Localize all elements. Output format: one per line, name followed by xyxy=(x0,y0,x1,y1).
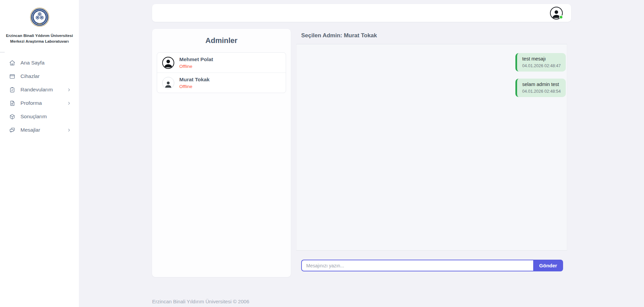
university-name-line1: Erzincan Binali Yıldırım Üniversitesi xyxy=(0,33,79,39)
top-bar xyxy=(152,4,571,22)
chat-message: test mesajı 04.01.2026 02:48:47 xyxy=(515,53,566,72)
admin-info: Mehmet Polat Offline xyxy=(179,56,213,69)
chat-message-timestamp: 04.01.2026 02:48:54 xyxy=(522,89,561,94)
admin-status-badge: Offline xyxy=(179,64,213,69)
sidebar-item-label: Proforma xyxy=(20,100,42,106)
sidebar-item-ana-sayfa[interactable]: Ana Sayfa xyxy=(0,56,79,70)
admin-name: Mehmet Polat xyxy=(179,56,213,62)
chat-message-text: selam admin test xyxy=(522,82,561,87)
sidebar-menu: Ana Sayfa Cihazlar Randevularım xyxy=(0,56,79,137)
sidebar-item-label: Randevularım xyxy=(20,87,53,93)
admin-list-item-mehmet-polat[interactable]: Mehmet Polat Offline xyxy=(157,53,286,73)
admin-name: Murat Tokak xyxy=(179,77,210,83)
proforma-icon xyxy=(9,100,15,106)
university-logo-block: Erzincan Binali Yıldırım Üniversitesi Me… xyxy=(0,0,79,44)
message-input[interactable] xyxy=(301,260,533,271)
home-icon xyxy=(9,60,15,66)
message-input-group: Gönder xyxy=(301,260,563,271)
chat-panel: Seçilen Admin: Murat Tokak test mesajı 0… xyxy=(296,32,567,271)
university-seal-logo xyxy=(30,22,49,28)
university-name-line2: Merkezi Araştırma Laboratuvarı xyxy=(0,39,79,44)
sidebar-item-sonuclarim[interactable]: Sonuçlarım xyxy=(0,110,79,123)
appointments-icon xyxy=(9,87,15,93)
chevron-right-icon xyxy=(66,128,72,133)
chat-message-timestamp: 04.01.2026 02:48:47 xyxy=(522,63,561,68)
results-icon xyxy=(9,114,15,120)
admins-panel: Adminler Mehmet Polat Offline Murat Toka… xyxy=(152,29,291,277)
sidebar-item-mesajlar[interactable]: Mesajlar xyxy=(0,123,79,137)
chat-message-text: test mesajı xyxy=(522,56,561,61)
devices-icon xyxy=(9,73,15,80)
chat-message: selam admin test 04.01.2026 02:48:54 xyxy=(515,79,566,97)
admin-status-badge: Offline xyxy=(179,84,210,89)
sidebar-item-label: Sonuçlarım xyxy=(20,114,47,120)
admin-avatar-icon xyxy=(162,77,174,89)
send-button[interactable]: Gönder xyxy=(533,260,563,271)
user-avatar-button[interactable] xyxy=(550,7,563,19)
sidebar-item-label: Ana Sayfa xyxy=(20,60,45,66)
sidebar-item-label: Mesajlar xyxy=(20,127,40,133)
sidebar-item-label: Cihazlar xyxy=(20,73,40,79)
selected-admin-header: Seçilen Admin: Murat Tokak xyxy=(296,32,567,39)
messages-icon xyxy=(9,127,15,133)
university-name: Erzincan Binali Yıldırım Üniversitesi Me… xyxy=(0,33,79,44)
chevron-right-icon xyxy=(66,87,72,92)
admin-avatar-icon xyxy=(162,57,174,69)
admins-panel-title: Adminler xyxy=(157,36,286,45)
chevron-right-icon xyxy=(66,101,72,106)
admin-list: Mehmet Polat Offline Murat Tokak Offline xyxy=(157,52,286,93)
sidebar: Erzincan Binali Yıldırım Üniversitesi Me… xyxy=(0,0,79,307)
sidebar-item-cihazlar[interactable]: Cihazlar xyxy=(0,70,79,83)
admin-info: Murat Tokak Offline xyxy=(179,77,210,89)
sidebar-item-randevularim[interactable]: Randevularım xyxy=(0,83,79,96)
messages-area: test mesajı 04.01.2026 02:48:47 selam ad… xyxy=(296,44,567,251)
sidebar-divider xyxy=(0,52,5,52)
sidebar-item-proforma[interactable]: Proforma xyxy=(0,96,79,110)
online-status-dot xyxy=(559,15,563,19)
admin-list-item-murat-tokak[interactable]: Murat Tokak Offline xyxy=(157,73,286,93)
footer-copyright: Erzincan Binali Yıldırım Üniversitesi © … xyxy=(152,299,249,304)
